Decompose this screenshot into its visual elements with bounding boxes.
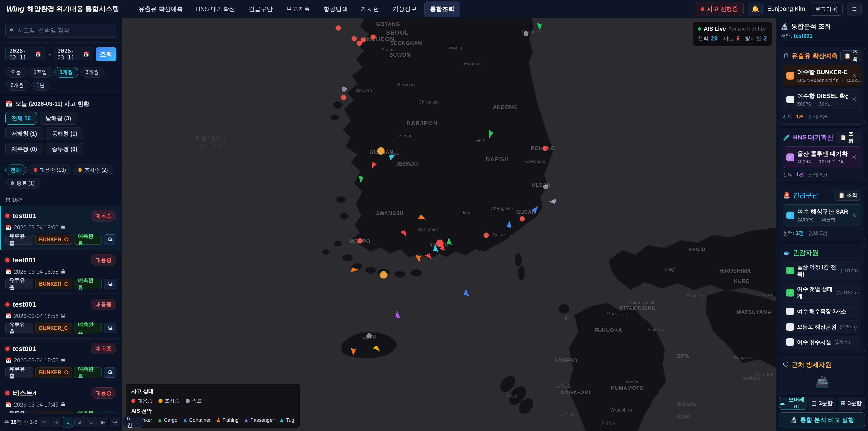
incident-marker-invest[interactable] (380, 271, 387, 278)
ship-marker[interactable] (395, 311, 400, 318)
status-filter-chip[interactable]: 전체 (5, 164, 26, 175)
incident-card[interactable]: test001대응중📅2026-03-04 18:58🏛유류유출BUNKER_C… (0, 294, 122, 339)
item-checkbox[interactable] (786, 96, 794, 103)
region-chip[interactable]: 중부청 (0) (46, 143, 84, 155)
panel-query-button[interactable]: 📋조회 (835, 190, 861, 201)
panel-query-button[interactable]: 📋조회 (836, 132, 861, 143)
resource-item[interactable]: ✓여수 갯벌 생태계(4,013ha) (783, 283, 861, 303)
view-button-3분할[interactable]: ⊞3분할 (838, 397, 865, 410)
weather-button[interactable]: 🌤 (104, 367, 116, 378)
close-icon[interactable]: ✕ (851, 212, 858, 219)
incident-marker-active[interactable] (336, 26, 341, 31)
incident-marker-active[interactable] (361, 37, 366, 42)
nav-item-기상정보[interactable]: 기상정보 (387, 1, 422, 17)
run-analysis-button[interactable]: 🔬 통합 분석 비교 실행 (779, 412, 865, 427)
view-button-오버레이[interactable]: ☁오버레이 (779, 397, 806, 410)
pagination-first-button[interactable]: ⏮ (39, 417, 50, 427)
pagination-page-2[interactable]: 2 (74, 417, 85, 427)
item-checkbox[interactable]: ✓ (786, 72, 794, 80)
incident-marker-closed[interactable] (342, 87, 347, 92)
status-filter-chip[interactable]: 대응중 (13) (29, 164, 71, 175)
weather-button[interactable]: 🌤 (104, 235, 116, 245)
incident-marker-active[interactable] (520, 216, 525, 221)
region-chip[interactable]: 남해청 (3) (39, 112, 77, 125)
analysis-item[interactable]: ✓울산 톨루엔 대기확산ALOHA · IDLH 1.2km✕ (783, 147, 861, 168)
quick-range-오늘[interactable]: 오늘 (5, 67, 26, 78)
pagination-page-1[interactable]: 1 (63, 417, 73, 427)
incident-marker-invest[interactable] (377, 147, 384, 155)
region-chip[interactable]: 동해청 (1) (46, 127, 84, 140)
pagination-next-button[interactable]: ▶ (98, 417, 108, 427)
date-to-input[interactable]: 2026-03-11 📅 (54, 47, 93, 61)
close-icon[interactable]: ✕ (851, 72, 858, 79)
resource-item[interactable]: ✓돌산 어장 (김·전복)(131ha) (783, 260, 861, 280)
quick-range-6개월[interactable]: 6개월 (5, 80, 29, 91)
analysis-item[interactable]: 여수항 DIESEL 확산KOSPS · 30kL✕ (783, 89, 861, 110)
date-query-button[interactable]: 조회 (96, 47, 116, 61)
ship-marker[interactable] (446, 238, 452, 245)
view-button-2분할[interactable]: ◫2분할 (809, 397, 836, 410)
pagination-last-button[interactable]: ⏭ (110, 417, 120, 427)
incident-card[interactable]: test001대응중📅2026-03-04 18:58🏛유류유출BUNKER_C… (0, 339, 122, 383)
item-checkbox[interactable]: ✓ (786, 289, 794, 297)
region-chip[interactable]: 제주청 (0) (5, 143, 43, 155)
incident-marker-active[interactable] (358, 238, 363, 243)
quick-range-1주일[interactable]: 1주일 (29, 67, 52, 78)
pagination-prev-button[interactable]: ◀ (51, 417, 61, 427)
search-input[interactable]: 🔍 사고명, 선박명 검색... (5, 23, 116, 37)
status-filter-chip[interactable]: 조사중 (2) (73, 164, 113, 175)
quick-range-1년[interactable]: 1년 (31, 80, 50, 91)
item-checkbox[interactable]: ✓ (786, 212, 794, 219)
resource-item[interactable]: 오동도 해상공원(125ha) (783, 320, 861, 333)
notifications-button[interactable]: 🔔 (748, 2, 763, 16)
map-canvas[interactable]: GOYANGSEOULINCHEONSEONGNAMDonghaeAnsanSU… (122, 18, 776, 431)
ship-marker[interactable] (358, 176, 365, 183)
panel-query-button[interactable]: 📋조회 (840, 51, 862, 61)
incident-marker-closed[interactable] (367, 333, 372, 338)
status-filter-chip[interactable]: 종료 (1) (5, 178, 40, 188)
incident-marker-closed[interactable] (543, 184, 548, 189)
resource-item[interactable]: 여수 해수욕장 3개소 (783, 305, 861, 318)
date-from-input[interactable]: 2026-02-11 📅 (5, 47, 45, 61)
resource-item[interactable]: 여수 취수시설(2개소) (783, 336, 861, 349)
incident-card[interactable]: test001대응중📅2026-03-04 18:58🏛유류유출BUNKER_C… (0, 250, 122, 294)
item-checkbox[interactable] (786, 308, 794, 315)
item-checkbox[interactable]: ✓ (786, 153, 794, 161)
item-checkbox[interactable] (786, 323, 794, 331)
incident-card[interactable]: test001대응중📅2026-03-04 19:00🏛유류유출BUNKER_C… (0, 206, 122, 250)
region-chip[interactable]: 전체 16 (5, 112, 37, 125)
nav-item-게시판[interactable]: 게시판 (355, 1, 385, 17)
ship-marker[interactable] (506, 220, 513, 228)
item-checkbox[interactable]: ✓ (786, 267, 794, 274)
menu-button[interactable]: ≡ (847, 2, 862, 16)
analysis-item[interactable]: ✓여수 해상구난 SAR #12SAROPS · 확률맵✕ (783, 204, 861, 226)
incident-marker-active[interactable] (341, 95, 346, 100)
nav-item-통합조회[interactable]: 통합조회 (425, 1, 460, 17)
quick-range-1개월[interactable]: 1개월 (55, 67, 78, 78)
logout-button[interactable]: 로그아웃 (810, 2, 843, 16)
ship-marker[interactable] (549, 199, 556, 205)
weather-button[interactable]: 🌤 (104, 323, 116, 333)
weather-button[interactable]: 🌤 (104, 411, 116, 413)
quick-range-3개월[interactable]: 3개월 (81, 67, 104, 78)
ship-marker[interactable] (439, 243, 446, 251)
page-size-select[interactable]: 6건 ⌄ (123, 417, 143, 428)
ship-marker[interactable] (463, 288, 469, 296)
close-icon[interactable]: ✕ (851, 154, 858, 161)
pagination-page-3[interactable]: 3 (86, 417, 96, 427)
weather-button[interactable]: 🌤 (104, 279, 116, 289)
incident-marker-active[interactable] (484, 233, 489, 238)
incident-marker-active[interactable] (352, 36, 357, 41)
incident-marker-active[interactable] (542, 146, 548, 151)
nav-item-유출유 확산예측[interactable]: 유출유 확산예측 (133, 1, 188, 17)
nav-item-HNS·대기확산[interactable]: HNS·대기확산 (191, 1, 241, 17)
incident-marker-closed[interactable] (524, 31, 528, 36)
incident-marker-active[interactable] (371, 35, 376, 39)
item-checkbox[interactable] (786, 338, 794, 346)
ship-marker[interactable] (350, 348, 357, 356)
ship-marker[interactable] (537, 23, 543, 30)
incident-marker-active[interactable] (357, 41, 362, 45)
ship-marker[interactable] (416, 255, 422, 263)
incident-card[interactable]: 테스트4대응중📅2026-03-04 17:45🏛유류유출BUNKER_C예측완… (0, 383, 122, 413)
nav-item-긴급구난[interactable]: 긴급구난 (243, 1, 278, 17)
